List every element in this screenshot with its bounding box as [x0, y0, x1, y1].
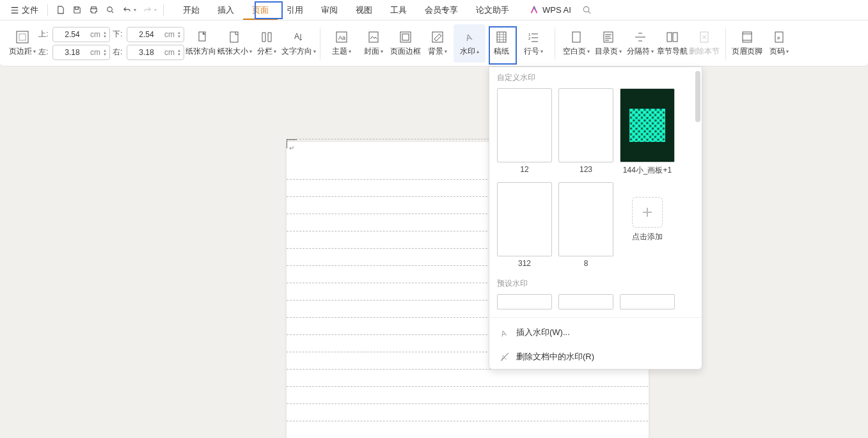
tab-member[interactable]: 会员专享 — [416, 1, 467, 20]
separator-button[interactable]: 分隔符▾ — [624, 24, 656, 63]
page-number-icon: # — [772, 29, 786, 45]
spinner-icon[interactable]: ▲▼ — [177, 49, 181, 56]
columns-icon — [260, 29, 274, 45]
margin-bottom-input[interactable]: 2.54cm▲▼ — [127, 27, 184, 42]
remove-watermark-action[interactable]: A 删除文档中的水印(R) — [489, 345, 702, 369]
blank-page-button[interactable]: 空白页▾ — [560, 24, 592, 63]
watermark-item-144[interactable]: 144小_画板+1 — [620, 88, 675, 176]
columns-button[interactable]: 分栏▾ — [251, 24, 283, 63]
delete-section-icon — [697, 29, 711, 45]
separator-label: 分隔符 — [627, 46, 650, 57]
theme-icon: Aa — [335, 29, 349, 45]
chapter-nav-button[interactable]: 章节导航 — [656, 24, 688, 63]
draft-paper-label: 稿纸 — [494, 46, 509, 57]
remove-watermark-label: 删除文档中的水印(R) — [516, 351, 594, 363]
header-footer-button[interactable]: 页眉页脚 — [731, 24, 763, 63]
preset-watermark-item[interactable] — [558, 294, 613, 309]
draft-paper-button[interactable]: 稿纸 — [485, 24, 517, 63]
wps-ai-icon — [530, 6, 539, 15]
print-button[interactable] — [85, 2, 102, 19]
page-number-label: 页码 — [769, 46, 785, 57]
theme-button[interactable]: Aa 主题▾ — [326, 24, 358, 63]
scrollbar[interactable] — [695, 71, 700, 122]
insert-watermark-action[interactable]: A 插入水印(W)... — [489, 320, 702, 345]
svg-rect-19 — [667, 33, 672, 42]
watermark-label: 水印 — [460, 46, 475, 57]
svg-rect-4 — [199, 32, 205, 41]
hamburger-icon — [10, 6, 19, 15]
watermark-item-123[interactable]: 123 — [558, 88, 613, 176]
svg-point-1 — [584, 6, 589, 12]
paper-direction-icon — [196, 29, 210, 45]
toc-page-icon — [601, 29, 615, 45]
insert-watermark-label: 插入水印(W)... — [516, 327, 570, 338]
svg-text:A: A — [464, 31, 473, 43]
spinner-icon[interactable]: ▲▼ — [103, 31, 107, 38]
watermark-thumb — [558, 182, 613, 256]
file-menu[interactable]: 文件 — [5, 2, 43, 19]
header-footer-label: 页眉页脚 — [732, 46, 762, 57]
watermark-item-312[interactable]: 312 — [497, 182, 552, 268]
cover-button[interactable]: 封面▾ — [358, 24, 390, 63]
background-button[interactable]: 背景▾ — [422, 24, 454, 63]
add-watermark-label: 点击添加 — [632, 231, 663, 242]
tab-page[interactable]: 页面 — [243, 1, 278, 20]
page-margin-button[interactable]: 页边距▾ — [6, 24, 38, 63]
redo-button[interactable] — [139, 2, 155, 19]
watermark-thumb — [558, 88, 613, 162]
watermark-item-8[interactable]: 8 — [558, 182, 613, 268]
watermark-item-12[interactable]: 12 — [497, 88, 552, 176]
svg-text:A: A — [500, 329, 507, 338]
undo-caret[interactable]: ▾ — [134, 7, 136, 13]
tab-view[interactable]: 视图 — [347, 1, 381, 20]
page-border-button[interactable]: 页面边框 — [390, 24, 422, 63]
text-direction-button[interactable]: A 文字方向▾ — [283, 24, 315, 63]
add-watermark-button[interactable]: 点击添加 — [620, 182, 675, 256]
toc-page-label: 目录页 — [595, 46, 618, 57]
paper-direction-label: 纸张方向 — [185, 46, 216, 57]
paper-direction-button[interactable]: 纸张方向▾ — [187, 24, 219, 63]
separator-icon — [633, 29, 647, 45]
watermark-thumb — [497, 182, 552, 256]
redo-caret[interactable]: ▾ — [154, 7, 157, 13]
blank-page-icon — [569, 29, 583, 45]
chevron-up-icon: ▴ — [477, 49, 479, 54]
tab-tools[interactable]: 工具 — [381, 1, 416, 20]
text-direction-icon: A — [292, 29, 306, 45]
spinner-icon[interactable]: ▲▼ — [103, 49, 107, 56]
new-doc-button[interactable] — [52, 2, 68, 19]
tab-insert[interactable]: 插入 — [209, 1, 243, 20]
preset-watermark-item[interactable] — [497, 294, 552, 309]
paper-size-button[interactable]: 纸张大小▾ — [219, 24, 251, 63]
toc-page-button[interactable]: 目录页▾ — [592, 24, 624, 63]
tab-review[interactable]: 审阅 — [312, 1, 347, 20]
save-button[interactable] — [68, 2, 85, 19]
preview-button[interactable] — [102, 2, 118, 19]
wps-ai-button[interactable]: WPS AI — [530, 5, 571, 15]
svg-text:#: # — [777, 35, 780, 41]
text-direction-label: 文字方向 — [281, 46, 312, 57]
tab-thesis[interactable]: 论文助手 — [467, 1, 518, 20]
watermark-thumb — [497, 294, 552, 309]
page-number-button[interactable]: # 页码▾ — [763, 24, 795, 63]
undo-button[interactable] — [118, 2, 135, 19]
paper-size-icon — [228, 29, 242, 45]
margin-right-input[interactable]: 3.18cm▲▼ — [127, 45, 184, 60]
file-menu-label: 文件 — [22, 4, 38, 16]
tab-start[interactable]: 开始 — [174, 1, 209, 20]
watermark-thumb — [558, 294, 613, 309]
spinner-icon[interactable]: ▲▼ — [177, 31, 181, 38]
page-margin-icon — [15, 29, 29, 45]
watermark-button[interactable]: A 水印▴ — [454, 24, 485, 63]
svg-text:Aa: Aa — [338, 35, 345, 41]
search-button[interactable] — [579, 2, 596, 19]
preset-watermark-item[interactable] — [620, 294, 675, 309]
tab-reference[interactable]: 引用 — [278, 1, 312, 20]
margin-bottom-label: 下: — [113, 29, 124, 40]
margin-top-input[interactable]: 2.54cm▲▼ — [52, 27, 110, 42]
margin-left-input[interactable]: 3.18cm▲▼ — [52, 45, 110, 60]
line-number-icon: 12 — [526, 29, 541, 45]
wps-ai-label: WPS AI — [542, 5, 571, 15]
separator — [320, 27, 320, 59]
line-number-button[interactable]: 12 行号▾ — [517, 24, 549, 63]
